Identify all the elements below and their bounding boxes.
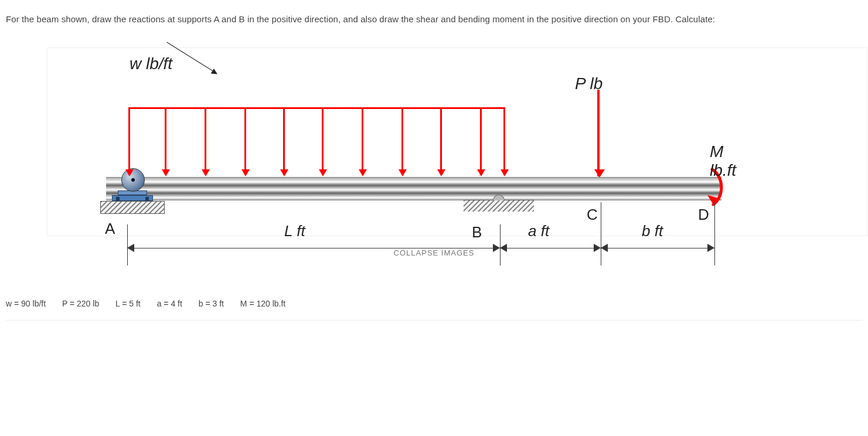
- beam-diagram: w lb/ft P lb M lb.ft A B C D: [47, 47, 867, 236]
- given-b: b = 3 ft: [199, 299, 224, 308]
- point-load-p: [597, 90, 600, 176]
- given-a: a = 4 ft: [157, 299, 182, 308]
- problem-statement: For the beam shown, draw the reactions a…: [6, 14, 862, 24]
- distributed-load-w: [128, 107, 505, 178]
- point-C: C: [587, 206, 598, 224]
- point-D: D: [698, 206, 709, 224]
- label-b: b ft: [642, 222, 663, 240]
- pin-support-a: [100, 173, 165, 214]
- label-a: a ft: [528, 222, 549, 240]
- tick-D: [714, 202, 715, 224]
- dimension-a: [500, 224, 601, 271]
- given-M: M = 120 lb.ft: [240, 299, 285, 308]
- tick-C: [601, 202, 601, 224]
- given-w: w = 90 lb/ft: [6, 299, 46, 308]
- w-leader-line: [166, 42, 216, 74]
- given-P: P = 220 lb: [62, 299, 99, 308]
- dimension-L: [127, 224, 500, 271]
- point-A: A: [105, 220, 115, 238]
- label-w: w lb/ft: [130, 54, 172, 73]
- label-P: P lb: [575, 74, 603, 93]
- label-M: M lb.ft: [710, 142, 736, 180]
- beam: w lb/ft P lb M lb.ft A B C D: [106, 177, 721, 200]
- roller-support-b: [464, 200, 534, 212]
- given-values: w = 90 lb/ft P = 220 lb L = 5 ft a = 4 f…: [6, 293, 862, 321]
- label-L: L ft: [284, 222, 305, 240]
- given-L: L = 5 ft: [115, 299, 141, 308]
